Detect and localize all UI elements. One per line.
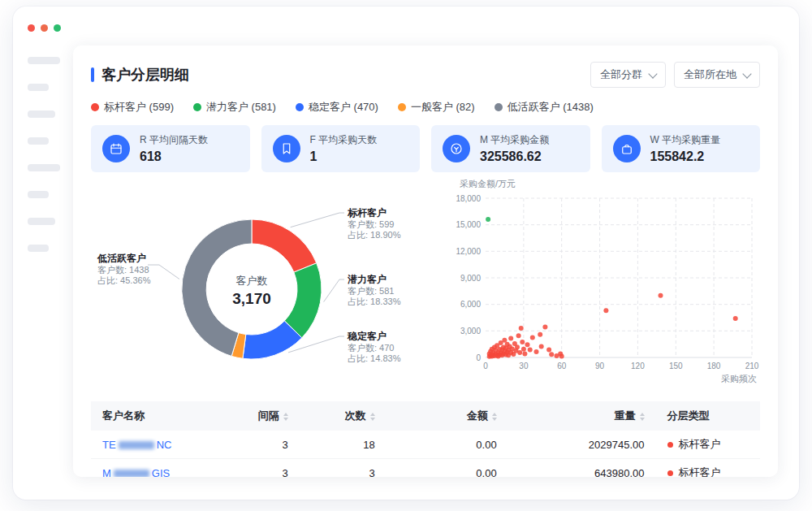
column-header-interval[interactable]: 间隔 [222,401,300,431]
column-label: 分层类型 [667,409,710,422]
kpi-label: M 平均采购金额 [480,133,549,147]
sidebar-skeleton-bar [28,57,60,64]
svg-text:客户数: 470: 客户数: 470 [348,343,394,353]
kpi-label: F 平均采购天数 [310,133,378,147]
svg-text:15,000: 15,000 [456,220,481,229]
svg-text:3,170: 3,170 [232,290,271,307]
column-label: 间隔 [258,409,279,422]
legend-dot-icon [193,103,201,111]
svg-text:客户数: 599: 客户数: 599 [348,219,394,229]
svg-text:标杆客户: 标杆客户 [347,207,387,219]
legend-dot-icon [91,103,99,111]
kpi-card: M 平均采购金额325586.62 [431,125,590,172]
kpi-cards-row: R 平均间隔天数618F 平均采购天数1M 平均采购金额325586.62W 平… [91,125,760,172]
cell-interval: 3 [222,459,300,478]
legend-label: 标杆客户 (599) [104,100,174,115]
svg-text:180: 180 [707,362,721,370]
type-dot-icon [667,470,673,476]
cell-interval: 3 [222,431,300,459]
calendar-icon [102,135,130,162]
legend-row: 标杆客户 (599)潜力客户 (581)稳定客户 (470)一般客户 (82)低… [91,100,760,115]
svg-text:潜力客户: 潜力客户 [348,274,387,285]
legend-item[interactable]: 低活跃客户 (1438) [495,100,594,115]
main-panel: 客户分层明细 全部分群全部所在地 标杆客户 (599)潜力客户 (581)稳定客… [73,45,778,477]
customer-name-link[interactable]: MGIS [102,467,170,478]
donut-chart: 客户数3,170标杆客户客户数: 599占比: 18.90%潜力客户客户数: 5… [91,177,448,398]
table-row[interactable]: TENC3180.002029745.00标杆客户 [91,431,760,459]
column-header-weight[interactable]: 重量 [508,401,656,431]
sidebar-skeleton-bar [28,164,60,171]
svg-text:6,000: 6,000 [460,300,481,309]
sidebar-skeleton-bar [28,218,55,225]
kpi-card: W 平均采购重量155842.2 [602,125,761,172]
column-header-amount[interactable]: 金额 [387,401,508,431]
legend-label: 低活跃客户 (1438) [508,100,594,115]
kpi-value: 618 [140,149,208,164]
svg-text:120: 120 [631,362,645,370]
svg-text:90: 90 [595,362,605,370]
title-accent-bar [91,67,94,82]
svg-text:采购频次: 采购频次 [721,374,757,383]
chevron-down-icon [648,69,657,78]
filter-dropdown[interactable]: 全部所在地 [674,62,760,88]
legend-dot-icon [296,103,304,111]
sidebar-skeleton-bar [28,137,49,145]
svg-text:客户数: 581: 客户数: 581 [348,286,394,296]
legend-item[interactable]: 标杆客户 (599) [91,100,174,115]
svg-text:0: 0 [483,362,488,370]
column-label: 客户名称 [102,409,145,422]
filter-dropdown[interactable]: 全部分群 [590,62,666,88]
kpi-value: 155842.2 [650,149,721,164]
close-window-button[interactable] [28,24,35,32]
kpi-label: R 平均间隔天数 [140,133,208,147]
redacted-text [114,470,149,477]
svg-text:210: 210 [745,362,759,370]
type-label: 标杆客户 [679,438,721,450]
legend-item[interactable]: 潜力客户 (581) [193,100,276,115]
type-dot-icon [667,442,673,448]
svg-text:0: 0 [476,353,481,362]
sidebar-skeleton [28,57,73,252]
cell-amount: 0.00 [387,459,508,478]
filter-label: 全部所在地 [684,67,736,82]
weight-icon [613,135,641,162]
cell-name: MGIS [91,459,222,478]
column-header-times[interactable]: 次数 [300,401,387,431]
kpi-value: 325586.62 [480,149,549,164]
cell-type: 标杆客户 [656,431,760,459]
legend-label: 一般客户 (82) [411,100,475,115]
app-window: 客户分层明细 全部分群全部所在地 标杆客户 (599)潜力客户 (581)稳定客… [13,6,799,500]
customer-table: 客户名称间隔次数金额重量分层类型TENC3180.002029745.00标杆客… [91,401,760,477]
zoom-window-button[interactable] [54,24,61,32]
svg-text:低活跃客户: 低活跃客户 [97,253,146,264]
svg-text:12,000: 12,000 [456,247,481,256]
legend-label: 稳定客户 (470) [309,100,378,115]
sort-icon[interactable] [492,413,497,421]
redacted-text [119,441,154,449]
sort-icon[interactable] [283,413,288,421]
legend-item[interactable]: 一般客户 (82) [398,100,475,115]
window-controls [28,24,61,32]
svg-text:采购金额/万元: 采购金额/万元 [460,179,516,188]
sort-icon[interactable] [640,413,645,421]
legend-dot-icon [495,103,503,111]
scatter-svg: 03,0006,0009,00012,00015,00018,000030609… [448,177,760,387]
cell-times: 18 [300,431,387,459]
charts-row: 客户数3,170标杆客户客户数: 599占比: 18.90%潜力客户客户数: 5… [91,177,760,398]
column-header-name: 客户名称 [91,401,222,431]
legend-item[interactable]: 稳定客户 (470) [296,100,378,115]
sidebar-skeleton-bar [28,191,49,198]
legend-label: 潜力客户 (581) [206,100,276,115]
page-title: 客户分层明细 [102,65,189,84]
sort-icon[interactable] [370,413,375,421]
table-row[interactable]: MGIS330.00643980.00标杆客户 [91,459,760,478]
sidebar-skeleton-bar [28,245,49,252]
svg-text:150: 150 [669,362,683,370]
scatter-chart: 03,0006,0009,00012,00015,00018,000030609… [448,177,760,398]
cell-times: 3 [300,459,387,478]
customer-name-link[interactable]: TENC [102,439,171,451]
svg-text:占比: 45.36%: 占比: 45.36% [97,275,151,285]
svg-text:占比: 18.33%: 占比: 18.33% [348,297,401,306]
filter-label: 全部分群 [600,67,642,82]
minimize-window-button[interactable] [41,24,48,32]
